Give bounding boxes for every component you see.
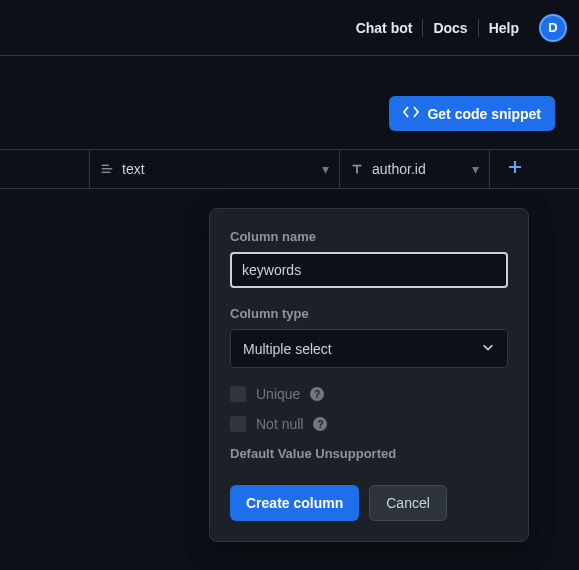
notnull-label: Not null	[256, 416, 303, 432]
column-header-label: author.id	[372, 161, 426, 177]
add-column-button[interactable]	[489, 150, 539, 188]
unique-checkbox-row[interactable]: Unique ?	[230, 386, 508, 402]
plus-icon	[507, 159, 523, 179]
nav-docs[interactable]: Docs	[423, 18, 477, 38]
get-code-snippet-button[interactable]: Get code snippet	[389, 96, 555, 131]
column-name-label: Column name	[230, 229, 508, 244]
column-header-label: text	[122, 161, 145, 177]
nav-chat-bot[interactable]: Chat bot	[346, 18, 423, 38]
avatar[interactable]: D	[539, 14, 567, 42]
chevron-down-icon: ▾	[472, 161, 479, 177]
column-type-value: Multiple select	[243, 341, 332, 357]
unique-checkbox[interactable]	[230, 386, 246, 402]
notnull-checkbox-row[interactable]: Not null ?	[230, 416, 508, 432]
column-headers: text ▾ author.id ▾	[0, 149, 579, 189]
create-column-button[interactable]: Create column	[230, 485, 359, 521]
help-icon[interactable]: ?	[313, 417, 327, 431]
create-column-popover: Column name Column type Multiple select …	[209, 208, 529, 542]
help-icon[interactable]: ?	[310, 387, 324, 401]
svg-rect-0	[102, 165, 109, 166]
nav-help[interactable]: Help	[479, 18, 529, 38]
default-value-unsupported: Default Value Unsupported	[230, 446, 508, 461]
column-header-text[interactable]: text ▾	[89, 150, 339, 188]
text-icon	[100, 162, 114, 176]
button-row: Create column Cancel	[230, 485, 508, 521]
cancel-button[interactable]: Cancel	[369, 485, 447, 521]
column-type-select[interactable]: Multiple select	[230, 329, 508, 368]
chevron-down-icon	[481, 340, 495, 357]
toolbar: Get code snippet	[0, 56, 579, 149]
column-name-input[interactable]	[230, 252, 508, 288]
column-type-label: Column type	[230, 306, 508, 321]
text-type-icon	[350, 162, 364, 176]
top-nav: Chat bot Docs Help D	[0, 0, 579, 56]
notnull-checkbox[interactable]	[230, 416, 246, 432]
svg-rect-1	[102, 168, 113, 169]
chevron-down-icon: ▾	[322, 161, 329, 177]
code-icon	[403, 104, 419, 123]
svg-rect-2	[102, 172, 111, 173]
column-header-author-id[interactable]: author.id ▾	[339, 150, 489, 188]
column-header-blank[interactable]	[0, 150, 89, 188]
get-code-snippet-label: Get code snippet	[427, 106, 541, 122]
unique-label: Unique	[256, 386, 300, 402]
